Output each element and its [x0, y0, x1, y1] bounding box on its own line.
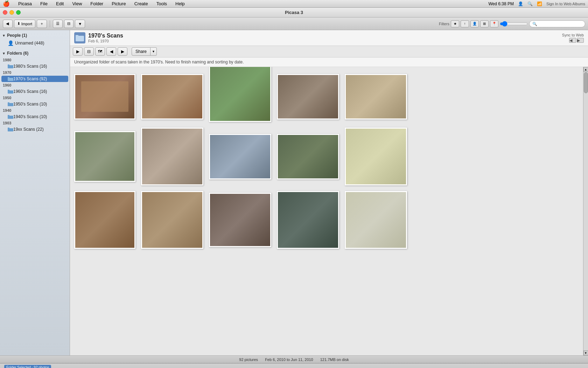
prev-photo-button[interactable]: ◀ — [106, 47, 116, 56]
statusbar: 92 pictures Feb 6, 2010 to Jun 11, 2010 … — [0, 355, 588, 363]
people-label: People (1) — [7, 33, 27, 38]
sync-back-button[interactable]: ◀ — [569, 38, 576, 43]
photo-thumb[interactable] — [345, 191, 407, 249]
photo-count: 92 pictures — [239, 357, 258, 362]
photo-thumb[interactable] — [277, 74, 339, 120]
folder-icon-selected — [8, 76, 13, 81]
sidebar-item-1950s[interactable]: 1950's Scans (10) — [1, 101, 68, 107]
share-dropdown-button[interactable]: ▼ — [150, 47, 157, 56]
sidebar: ▼ People (1) 👤 Unnamed (448) ▼ Folders (… — [0, 30, 70, 355]
svg-rect-2 — [8, 64, 9, 66]
sidebar-item-1980s[interactable]: 1980's Scans (16) — [1, 63, 68, 69]
menu-edit[interactable]: Edit — [55, 1, 65, 6]
menu-help[interactable]: Help — [174, 1, 186, 6]
menu-create[interactable]: Create — [133, 1, 149, 6]
menu-folder[interactable]: Folder — [89, 1, 105, 6]
import-button[interactable]: ⬇ Import — [14, 20, 35, 28]
folder-icon-1950 — [8, 102, 13, 107]
photo-thumb[interactable] — [74, 131, 135, 182]
next-photo-button[interactable]: ▶ — [118, 47, 127, 56]
filter-star[interactable]: ★ — [451, 20, 459, 27]
menu-file[interactable]: File — [39, 1, 49, 6]
menu-tools[interactable]: Tools — [155, 1, 168, 6]
folder-icon-19xx — [8, 127, 13, 132]
content-scrollbar[interactable]: ▲ ▼ — [583, 67, 588, 355]
menu-app[interactable]: Picasa — [17, 1, 33, 6]
folder-19xx-label: 19xx Scans (22) — [13, 127, 44, 132]
main-area: ▼ People (1) 👤 Unnamed (448) ▼ Folders (… — [0, 30, 588, 355]
photo-row-3 — [74, 191, 579, 249]
map-button[interactable]: 🗺 — [95, 47, 105, 56]
scroll-down-arrow[interactable]: ▼ — [583, 350, 588, 355]
scroll-up-arrow[interactable]: ▲ — [583, 67, 588, 72]
list-view-button[interactable]: ☰ — [53, 20, 63, 28]
share-button[interactable]: Share — [132, 47, 150, 56]
photo-thumb[interactable] — [74, 74, 135, 120]
minimize-button[interactable] — [9, 10, 14, 15]
sync-web-label: Sync to Web — [562, 33, 584, 37]
grid-view-button[interactable]: ⊟ — [64, 20, 74, 28]
filter-grid[interactable]: ⊞ — [480, 20, 489, 27]
scroll-thumb[interactable] — [584, 72, 588, 93]
sidebar-item-1940s[interactable]: 1940's Scans (10) — [1, 114, 68, 120]
folders-section-header[interactable]: ▼ Folders (6) — [0, 49, 70, 57]
photo-thumb[interactable] — [345, 128, 407, 185]
add-button[interactable]: ＋ — [37, 20, 47, 28]
folders-triangle: ▼ — [2, 52, 6, 55]
filter-upload[interactable]: ↑ — [461, 20, 469, 27]
album-title: 1970's Scans — [88, 33, 123, 39]
filter-geo[interactable]: 📍 — [490, 20, 498, 27]
view-options-button[interactable]: ▼ — [75, 20, 85, 28]
content-area: 1970's Scans Feb 6, 1970 Sync to Web ◀ ▶… — [70, 30, 588, 355]
maximize-button[interactable] — [16, 10, 21, 15]
photo-grid — [70, 67, 583, 355]
svg-rect-10 — [8, 115, 9, 116]
folders-label: Folders (6) — [7, 51, 28, 56]
photo-thumb[interactable] — [277, 191, 339, 249]
photo-thumb[interactable] — [141, 191, 203, 249]
svg-rect-12 — [8, 128, 9, 129]
folder-selected-badge: Folder Selected · 92 photos — [4, 365, 51, 368]
sync-forward-button[interactable]: ▶ — [577, 38, 584, 43]
share-button-group: Share ▼ — [132, 47, 157, 56]
photo-thumb[interactable] — [209, 67, 271, 122]
photo-thumb[interactable] — [277, 134, 339, 179]
album-folder-icon — [74, 32, 85, 43]
play-button[interactable]: ▶ — [73, 47, 83, 56]
photo-thumb[interactable] — [209, 134, 271, 179]
menu-picture[interactable]: Picture — [110, 1, 127, 6]
photo-thumb[interactable] — [141, 74, 203, 120]
apple-menu[interactable]: 🍎 — [3, 0, 10, 7]
filter-slider[interactable] — [500, 21, 528, 26]
album-info: 1970's Scans Feb 6, 1970 — [74, 32, 123, 43]
disk-size: 121.7MB on disk — [320, 357, 349, 362]
thumbnail-view-button[interactable]: ⊟ — [84, 47, 94, 56]
sidebar-item-unnamed[interactable]: 👤 Unnamed (448) — [1, 40, 68, 47]
scroll-track — [583, 72, 588, 350]
filter-person[interactable]: 👤 — [470, 20, 479, 27]
sidebar-item-1970s[interactable]: 1970's Scans (92) — [1, 76, 68, 82]
people-section-header[interactable]: ▼ People (1) — [0, 32, 70, 39]
svg-rect-14 — [76, 35, 78, 36]
unnamed-label: Unnamed (448) — [15, 41, 44, 46]
titlebar: Picasa 3 — [0, 8, 588, 18]
photo-thumb[interactable] — [74, 191, 135, 249]
close-button[interactable] — [3, 10, 7, 15]
folder-1940s-label: 1940's Scans (10) — [13, 114, 47, 119]
photo-thumb[interactable] — [345, 74, 407, 120]
year-1970: 1970 — [0, 70, 70, 75]
date-range: Feb 6, 2010 to Jun 11, 2010 — [265, 357, 313, 362]
import-icon: ⬇ — [17, 21, 20, 26]
menu-search-icon[interactable]: 🔍 — [527, 1, 533, 6]
search-input[interactable] — [529, 20, 585, 27]
photo-thumb[interactable] — [141, 128, 203, 185]
filters-section: Filters ★ ↑ 👤 ⊞ 📍 — [439, 20, 585, 27]
menu-wifi-icon: 📶 — [537, 1, 542, 6]
photo-thumb[interactable] — [209, 193, 271, 247]
back-button[interactable]: ◀ — [3, 20, 13, 28]
signin-link[interactable]: Sign In to Web Albums — [546, 2, 585, 6]
sidebar-item-19xx[interactable]: 19xx Scans (22) — [1, 126, 68, 132]
menu-view[interactable]: View — [71, 1, 83, 6]
sidebar-item-1960s[interactable]: 1960's Scans (16) — [1, 88, 68, 95]
menubar: 🍎 Picasa File Edit View Folder Picture C… — [0, 0, 588, 8]
